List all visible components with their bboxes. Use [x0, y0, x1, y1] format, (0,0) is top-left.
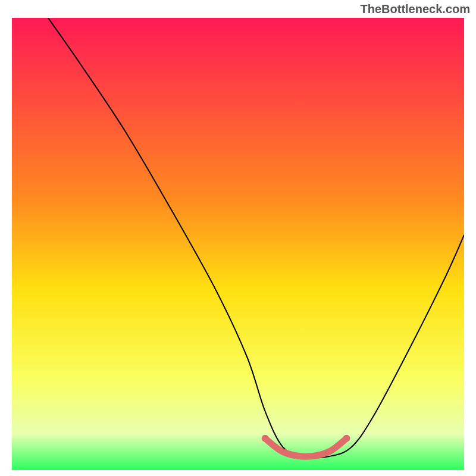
highlight-dot — [262, 435, 269, 442]
watermark-text: TheBottleneck.com — [361, 2, 470, 16]
gradient-background — [12, 18, 464, 470]
highlight-dot — [343, 435, 350, 442]
chart-svg — [12, 18, 464, 470]
bottleneck-chart — [12, 18, 464, 470]
